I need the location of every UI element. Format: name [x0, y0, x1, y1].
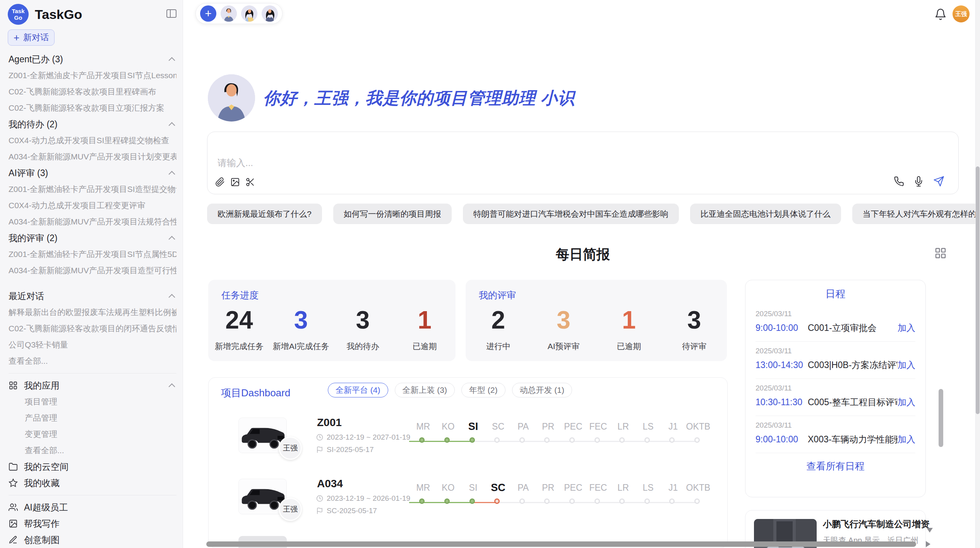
milestone-node[interactable] [444, 437, 450, 443]
agent-avatar-3[interactable] [262, 5, 278, 22]
view-all-schedule-link[interactable]: 查看所有日程 [756, 460, 915, 473]
schedule-item[interactable]: 2025/03/11 9:00-10:00 C001-立项审批会 加入 [756, 305, 915, 342]
phone-call-icon[interactable] [894, 176, 904, 187]
suggestion-chip[interactable]: 当下年轻人对汽车外观有怎样的喜好趋势 [852, 204, 980, 224]
join-link[interactable]: 加入 [898, 396, 915, 408]
section-recent-chats[interactable]: 最近对话 [9, 288, 176, 304]
milestone-node[interactable] [469, 498, 475, 504]
section-my-review[interactable]: 我的评审 (2) [9, 230, 176, 246]
sidebar-task-item[interactable]: C02-飞腾新能源轻客改款项目立项汇报方案 [9, 100, 176, 116]
ai-super-staff-label: AI超级员工 [24, 502, 68, 514]
section-my-todo[interactable]: 我的待办 (2) [9, 116, 176, 132]
milestone-node[interactable] [519, 437, 525, 443]
sidebar-task-item[interactable]: C0X4-动力总成开发项目SI里程碑提交物检查 [9, 132, 176, 149]
milestone-node[interactable] [619, 498, 625, 504]
milestone-node[interactable] [595, 498, 600, 504]
chevron-up-icon[interactable] [169, 236, 175, 243]
window-scrollbar-thumb[interactable] [976, 166, 980, 414]
horizontal-scrollbar[interactable] [206, 541, 916, 547]
milestone-node[interactable] [619, 437, 625, 443]
chevron-up-icon[interactable] [169, 384, 175, 390]
suggestion-chip[interactable]: 欧洲新规最近颁布了什么? [207, 204, 322, 224]
milestone-node[interactable] [469, 437, 475, 443]
sidebar-collapse-icon[interactable] [166, 9, 176, 18]
add-agent-button[interactable]: + [200, 5, 216, 22]
chevron-up-icon[interactable] [169, 122, 175, 129]
project-code[interactable]: Z001 [317, 416, 342, 429]
sidebar-task-item[interactable]: A034-全新新能源MUV产品开发项目计划变更表编写 [9, 149, 176, 165]
milestone-node[interactable] [494, 437, 500, 443]
send-icon[interactable] [933, 176, 944, 187]
milestone-node[interactable] [644, 498, 650, 504]
tab-powertrain[interactable]: 动总开发 (1) [512, 383, 572, 397]
sidebar-task-item[interactable]: A034-全新新能源MUV产品开发项目造型可行性评审 [9, 262, 176, 279]
suggestion-chip[interactable]: 如何写一份清晰的项目周报 [333, 204, 452, 224]
sidebar-item-favorites[interactable]: 我的收藏 [9, 475, 176, 491]
scissors-icon[interactable] [245, 177, 255, 187]
sidebar-task-item[interactable]: Z001-全新燃油轻卡产品开发项目SI节点属性5D文件评审 [9, 246, 176, 262]
scroll-down-arrow[interactable] [927, 528, 933, 533]
new-chat-button[interactable]: + 新对话 [8, 29, 55, 46]
chevron-up-icon[interactable] [169, 294, 175, 301]
sidebar-task-item[interactable]: A034-全新新能源MUV产品开发项目法规符合性评审 [9, 214, 176, 230]
join-link[interactable]: 加入 [898, 433, 915, 445]
sidebar-task-item[interactable]: C0X4-动力总成开发项目工程变更评审 [9, 197, 176, 214]
app-item-project-mgmt[interactable]: 项目管理 [9, 394, 176, 410]
layout-grid-icon[interactable] [934, 247, 947, 259]
app-item-change-mgmt[interactable]: 变更管理 [9, 426, 176, 442]
milestone-node[interactable] [444, 498, 450, 504]
milestone-node[interactable] [595, 437, 600, 443]
sidebar-task-item[interactable]: Z001-全新燃油皮卡产品开发项目SI节点Lesson Learn报告 [9, 67, 176, 84]
section-title: 我的待办 (2) [9, 118, 58, 130]
sidebar-task-item[interactable]: C02-飞腾新能源轻客改款项目里程碑画布 [9, 84, 176, 100]
schedule-item[interactable]: 2025/03/11 10:30-11:30 C005-整车工程目标评审 加入 [756, 379, 915, 416]
schedule-item[interactable]: 2025/03/11 9:00-10:00 X003-车辆动力学性能验... 加… [756, 416, 915, 453]
image-icon[interactable] [230, 177, 240, 187]
stat-label: 已逾期 [596, 341, 662, 352]
app-item-product-mgmt[interactable]: 产品管理 [9, 410, 176, 426]
milestone-node[interactable] [694, 437, 700, 443]
recent-chat-item[interactable]: C02-飞腾新能源轻客改款项目的闭环通告反馈情况 [9, 320, 176, 337]
sidebar-item-creative-draw[interactable]: 创意制图 [9, 532, 176, 548]
join-link[interactable]: 加入 [898, 359, 915, 371]
milestone-node[interactable] [694, 498, 700, 504]
sidebar-item-help-write[interactable]: 帮我写作 [9, 515, 176, 532]
join-link[interactable]: 加入 [898, 322, 915, 334]
milestone-node[interactable] [494, 498, 500, 504]
milestone-node[interactable] [644, 437, 650, 443]
recent-chats-view-all[interactable]: 查看全部... [9, 353, 176, 369]
milestone-node[interactable] [519, 498, 525, 504]
tab-model-year[interactable]: 年型 (2) [461, 383, 505, 397]
attachment-icon[interactable] [215, 177, 225, 187]
my-apps-header[interactable]: 我的应用 [9, 377, 176, 394]
sidebar-item-cloud-space[interactable]: 我的云空间 [9, 459, 176, 475]
apps-view-all[interactable]: 查看全部... [9, 442, 176, 459]
chat-input[interactable] [218, 158, 759, 168]
content-vertical-scrollbar[interactable] [939, 389, 943, 447]
tab-new-body[interactable]: 全新上装 (3) [395, 383, 455, 397]
project-code[interactable]: A034 [317, 478, 343, 490]
flag-label: SI-2025-05-17 [327, 445, 373, 454]
agent-avatar-2[interactable] [241, 5, 257, 22]
sidebar-task-item[interactable]: Z001-全新燃油轻卡产品开发项目SI造型提交物评审 [9, 181, 176, 197]
chevron-up-icon[interactable] [169, 57, 175, 64]
chevron-up-icon[interactable] [169, 171, 175, 178]
agent-avatar-1[interactable] [221, 5, 237, 22]
tab-new-platform[interactable]: 全新平台 (4) [328, 383, 388, 397]
sidebar-header: Task Go TaskGo [0, 0, 183, 29]
milestone-node[interactable] [569, 437, 575, 443]
recent-chat-item[interactable]: 公司Q3轻卡销量 [9, 337, 176, 353]
schedule-item[interactable]: 2025/03/11 13:00-14:30 C003|H0B-方案冻结评审 加… [756, 342, 915, 379]
recent-chat-item[interactable]: 解释最新出台的欧盟报废车法规再生塑料比例被调至15%... [9, 304, 176, 320]
notifications-bell-icon[interactable] [934, 8, 947, 21]
section-agent-done[interactable]: Agent已办 (3) [9, 51, 176, 67]
scroll-right-arrow[interactable] [926, 541, 930, 547]
schedule-date: 2025/03/11 [756, 421, 915, 430]
milestone-node[interactable] [569, 498, 575, 504]
microphone-icon[interactable] [913, 176, 924, 187]
sidebar-item-ai-super-staff[interactable]: AI超级员工 [9, 499, 176, 515]
section-ai-review[interactable]: AI评审 (3) [9, 165, 176, 181]
suggestion-chip[interactable]: 比亚迪全固态电池计划具体说了什么 [690, 204, 841, 224]
user-avatar[interactable]: 王强 [953, 5, 970, 22]
suggestion-chip[interactable]: 特朗普可能对进口汽车增税会对中国车企造成哪些影响 [463, 204, 679, 224]
